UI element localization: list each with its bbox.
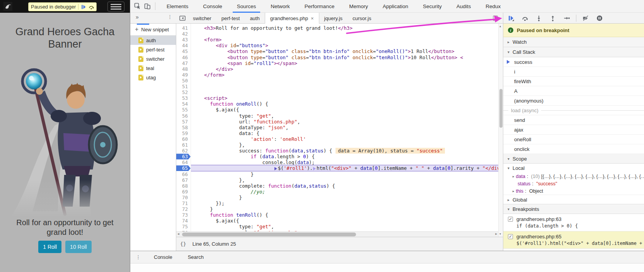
file-tab-cursor.js[interactable]: cursor.js	[348, 13, 376, 24]
gutter-line-70[interactable]: 70	[176, 195, 191, 200]
file-tab-grandheroes.php[interactable]: grandheroes.php×	[265, 13, 319, 24]
gutter-line-71[interactable]: 71	[176, 200, 191, 206]
scope-var-status[interactable]: status: "success"	[503, 180, 644, 187]
code-editor[interactable]: 4142434445464748495051525354555657585960…	[176, 24, 503, 237]
callstack-frame-load-async-[interactable]: load (async)	[503, 106, 644, 115]
gutter-line-55[interactable]: 55	[176, 107, 191, 113]
scope-var-data[interactable]: ▸ data: (10) [{…}, {…}, {…}, {…}, {…}, {…	[503, 173, 644, 180]
gutter-line-66[interactable]: 66	[176, 171, 191, 177]
open-file-icon[interactable]	[493, 15, 499, 21]
roll-button-10-roll[interactable]: 10 Roll	[65, 241, 92, 253]
tab-audits[interactable]: Audits	[449, 0, 479, 13]
navigator-more-tabs-icon[interactable]: »	[136, 14, 138, 20]
step-over-icon[interactable]	[522, 15, 528, 21]
gutter-line-64[interactable]: 64	[176, 159, 191, 165]
callstack-frame-ajax[interactable]: ajax	[503, 125, 644, 135]
callstack-frame-fireWith[interactable]: fireWith	[503, 77, 644, 86]
gutter-line-73[interactable]: 73	[176, 212, 191, 218]
navigator-menu-icon[interactable]: ⋮	[167, 14, 172, 20]
drawer-tab-console[interactable]: Console	[154, 254, 172, 260]
section-breakpoints[interactable]: ▾ Breakpoints	[503, 204, 644, 214]
gutter-line-56[interactable]: 56	[176, 113, 191, 119]
tab-security[interactable]: Security	[416, 0, 449, 13]
file-tab-auth[interactable]: auth	[245, 13, 264, 24]
gutter-line-75[interactable]: 75	[176, 224, 191, 229]
menu-toggle-button[interactable]	[107, 2, 124, 12]
step-out-icon[interactable]	[550, 15, 556, 21]
callstack-frame-onclick[interactable]: onclick	[503, 144, 644, 154]
callstack-frame-send[interactable]: send	[503, 115, 644, 125]
gutter-line-61[interactable]: 61	[176, 142, 191, 148]
gutter-line-42[interactable]: 42	[176, 31, 191, 37]
gutter-line-41[interactable]: 41	[176, 25, 191, 31]
gutter-line-60[interactable]: 60	[176, 136, 191, 142]
scroll-left-arrow[interactable]: ◀	[177, 232, 179, 236]
tab-sources[interactable]: Sources	[230, 0, 264, 13]
callstack-frame-A[interactable]: A	[503, 86, 644, 96]
gutter-line-48[interactable]: 48	[176, 66, 191, 72]
drawer-menu-icon[interactable]: ⋮	[136, 254, 141, 260]
file-tab-jquery.js[interactable]: jquery.js	[319, 13, 348, 24]
new-snippet-button[interactable]: + New snippet	[130, 24, 176, 36]
editor-code[interactable]: <h3>Roll for an opportunity to get grand…	[191, 24, 503, 237]
gutter-line-45[interactable]: 45	[176, 48, 191, 54]
gutter-line-52[interactable]: 52	[176, 89, 191, 95]
tab-application[interactable]: Application	[375, 0, 416, 13]
sidebar-item-auth[interactable]: auth	[130, 36, 176, 45]
gutter-line-68[interactable]: 68	[176, 183, 191, 189]
callstack-frame-i[interactable]: i	[503, 67, 644, 77]
resume-icon[interactable]	[508, 15, 514, 21]
gutter-line-72[interactable]: 72	[176, 206, 191, 212]
breakpoint-badge-line-63[interactable]: 63	[176, 154, 191, 159]
tab-memory[interactable]: Memory	[342, 0, 375, 13]
sidebar-item-teal[interactable]: teal	[130, 63, 176, 73]
toggle-navigator-icon[interactable]	[179, 15, 186, 21]
file-tab-switcher[interactable]: switcher	[188, 13, 216, 24]
tab-network[interactable]: Network	[263, 0, 297, 13]
drawer-tab-search[interactable]: Search	[188, 254, 204, 260]
callstack-frame-oneRoll[interactable]: oneRoll	[503, 135, 644, 144]
tab-elements[interactable]: Elements	[159, 0, 196, 13]
section-watch[interactable]: ▸ Watch	[503, 37, 644, 47]
resume-script-icon[interactable]	[81, 4, 86, 10]
gutter-line-59[interactable]: 59	[176, 130, 191, 136]
gutter-line-47[interactable]: 47	[176, 60, 191, 66]
pause-on-exceptions-icon[interactable]	[596, 15, 603, 21]
gutter-line-44[interactable]: 44	[176, 43, 191, 48]
gutter-line-69[interactable]: 69	[176, 189, 191, 195]
inspect-element-icon[interactable]	[134, 3, 141, 10]
breakpoint-checkbox[interactable]: ✓	[508, 234, 513, 239]
section-scope[interactable]: ▾ Scope	[503, 154, 644, 164]
gutter-line-53[interactable]: 53	[176, 95, 191, 101]
gutter-line-50[interactable]: 50	[176, 78, 191, 84]
sidebar-item-perf-test[interactable]: perf-test	[130, 45, 176, 54]
gutter-line-57[interactable]: 57	[176, 119, 191, 125]
horizontal-scrollbar[interactable]: ◀ ▶	[176, 231, 498, 237]
device-toolbar-icon[interactable]	[144, 3, 151, 10]
gutter-line-49[interactable]: 49	[176, 72, 191, 78]
scroll-right-arrow[interactable]: ▶	[495, 232, 497, 236]
vertical-scroll-thumb[interactable]	[499, 89, 503, 128]
scroll-down-arrow[interactable]: ▼	[499, 233, 501, 236]
callstack-frame-success[interactable]: success	[503, 57, 644, 67]
close-tab-icon[interactable]: ×	[311, 15, 314, 21]
site-logo[interactable]	[3, 2, 12, 11]
breakpoint-entry-grandheroes-php-63[interactable]: ✓grandheroes.php:63if (data.length > 0) …	[503, 214, 644, 231]
gutter-line-58[interactable]: 58	[176, 125, 191, 130]
pretty-print-button[interactable]: {}	[180, 241, 186, 247]
tab-redux[interactable]: Redux	[478, 0, 508, 13]
scope-var-this[interactable]: ▸ this: Object	[503, 187, 644, 195]
roll-button-1-roll[interactable]: 1 Roll	[38, 241, 61, 253]
breakpoint-badge-line-65[interactable]: 65	[176, 165, 191, 171]
scope-global-group[interactable]: ▸ Global	[503, 195, 644, 204]
gutter-line-51[interactable]: 51	[176, 84, 191, 89]
gutter-line-62[interactable]: 62	[176, 148, 191, 154]
sidebar-item-switcher[interactable]: switcher	[130, 54, 176, 63]
breakpoint-checkbox[interactable]: ✓	[508, 217, 513, 222]
breakpoint-entry-grandheroes-php-65[interactable]: ✓grandheroes.php:65$('#roll1').html("<di…	[503, 231, 644, 249]
callstack-frame--anonymous-[interactable]: (anonymous)	[503, 96, 644, 106]
gutter-line-54[interactable]: 54	[176, 101, 191, 107]
vertical-scrollbar[interactable]: ▲ ▼	[498, 24, 503, 237]
step-icon[interactable]	[564, 15, 570, 21]
gutter-line-67[interactable]: 67	[176, 177, 191, 183]
